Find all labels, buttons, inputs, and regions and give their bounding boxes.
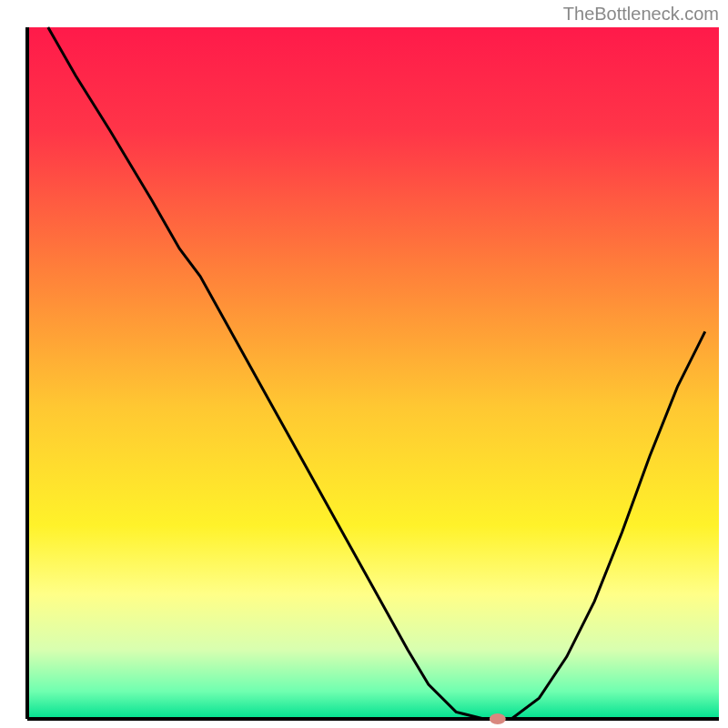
- watermark-text: TheBottleneck.com: [563, 4, 719, 25]
- chart-container: { "watermark": "TheBottleneck.com", "cha…: [0, 0, 728, 728]
- bottleneck-chart: [0, 0, 728, 728]
- svg-rect-0: [27, 27, 719, 719]
- svg-point-3: [490, 713, 506, 724]
